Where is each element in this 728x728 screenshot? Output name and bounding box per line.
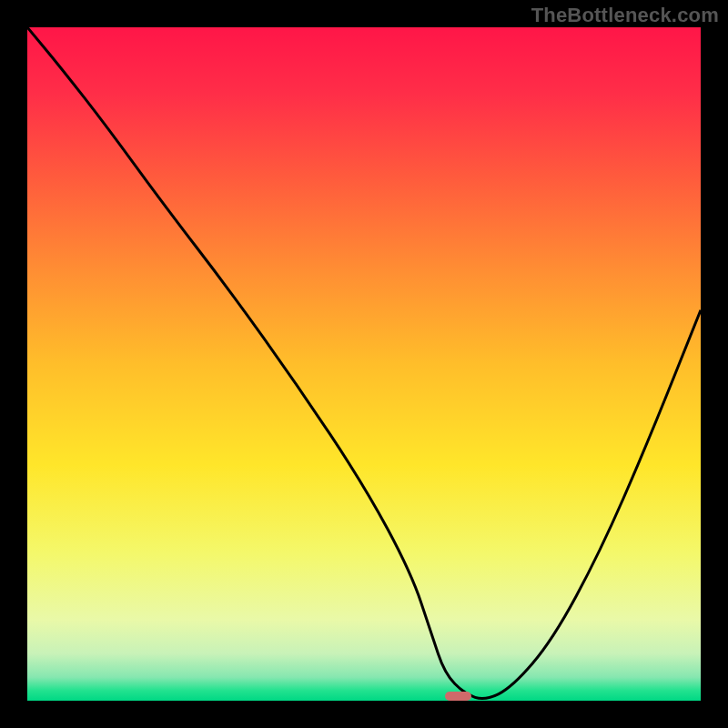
chart-frame: TheBottleneck.com	[0, 0, 728, 728]
plot-area	[27, 27, 701, 701]
bottleneck-curve	[27, 27, 701, 699]
optimum-marker	[445, 692, 472, 701]
curve-svg	[27, 27, 701, 701]
watermark-text: TheBottleneck.com	[531, 4, 719, 27]
